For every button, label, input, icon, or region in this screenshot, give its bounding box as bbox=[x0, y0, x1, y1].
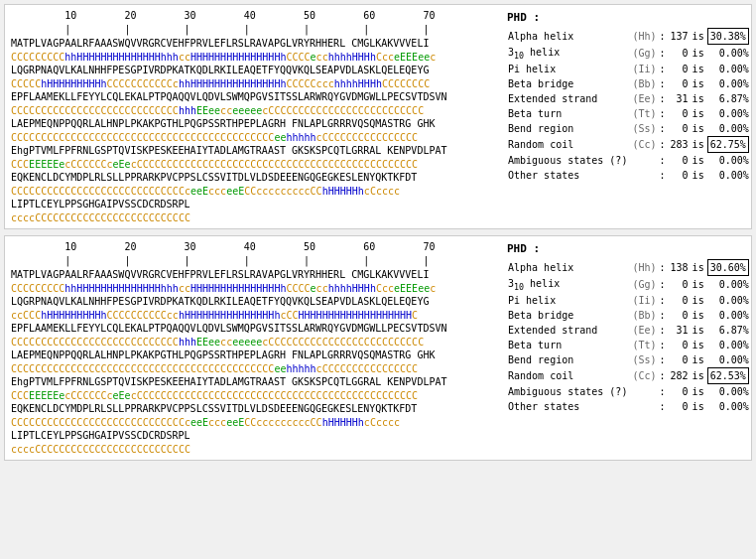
phd-row-is: is bbox=[691, 62, 706, 76]
phd-row-is: is bbox=[691, 308, 706, 323]
seq-line-0: MATPLVAGPAALRFAAASWQVVRGRCVEHFPRVLEFLRSL… bbox=[11, 37, 499, 51]
phd-row-colon: : bbox=[659, 136, 670, 153]
main-container: 10 20 30 40 50 60 70 | | | | | | |MATPLV… bbox=[0, 0, 756, 559]
seq-line-8: EhgPTVMLFPFRNLGSPTQVISKPESKEEHAIYTADLAMG… bbox=[11, 144, 499, 158]
phd-row-code: (Tt) bbox=[631, 106, 658, 121]
phd-row-is: is bbox=[691, 153, 706, 168]
ruler-numbers: 10 20 30 40 50 60 70 bbox=[11, 9, 499, 23]
phd-row-pct: 0.00% bbox=[706, 121, 750, 136]
phd-row-label: Extended strand bbox=[507, 323, 631, 338]
phd-row-is: is bbox=[691, 276, 706, 293]
seq-line-5: CCCCCCCCCCCCCCCCCCCCCCCCCCCChhhEEeecceee… bbox=[11, 336, 499, 349]
phd-row-pct: 0.00% bbox=[706, 352, 750, 367]
phd-table: Alpha helix(Hh):138is30.60%310 helix(Gg)… bbox=[507, 259, 750, 414]
phd-row-pct: 62.53% bbox=[706, 367, 750, 384]
phd-row-code: (Hh) bbox=[631, 259, 658, 276]
phd-row-value: 0 bbox=[670, 399, 691, 414]
phd-row-label: Bend region bbox=[507, 121, 631, 136]
phd-row-colon: : bbox=[659, 352, 670, 367]
seq-line-2: LQGRPNAQVLKALNHHFPESGPIVRDPKATKQDLRKILEA… bbox=[11, 295, 499, 309]
phd-row-is: is bbox=[691, 45, 706, 62]
phd-row-pct: 0.00% bbox=[706, 76, 750, 91]
panel-1: 10 20 30 40 50 60 70 | | | | | | |MATPLV… bbox=[4, 4, 752, 229]
phd-title: PHD : bbox=[507, 11, 745, 24]
phd-row-pct: 0.00% bbox=[706, 62, 750, 76]
phd-row-label: Pi helix bbox=[507, 62, 631, 76]
phd-row: Beta bridge(Bb):0is0.00% bbox=[507, 308, 750, 323]
sequence-section-1: 10 20 30 40 50 60 70 | | | | | | |MATPLV… bbox=[11, 9, 499, 224]
phd-row-colon: : bbox=[659, 45, 670, 62]
phd-row-is: is bbox=[691, 399, 706, 414]
phd-title: PHD : bbox=[507, 242, 745, 255]
seq-line-7: CCCCCCCCCCCCCCCCCCCCCCCCCCCCCCCCCCCCCCCC… bbox=[11, 362, 499, 376]
phd-row-label: 310 helix bbox=[507, 276, 631, 293]
seq-line-1: CCCCCCCCChhHHHHHHHHHHHHHHhhhccHHHHHHHHHH… bbox=[11, 51, 499, 65]
phd-row-is: is bbox=[691, 106, 706, 121]
phd-row-is: is bbox=[691, 136, 706, 153]
phd-row: Extended strand(Ee):31is6.87% bbox=[507, 323, 750, 338]
phd-row-label: Beta turn bbox=[507, 338, 631, 352]
phd-row-label: Ambiguous states (?) bbox=[507, 153, 631, 168]
phd-row-value: 0 bbox=[670, 62, 691, 76]
seq-line-4: EPFLAAMEKLLFEYYLCQLEKALPTPQAQQVLQDVLSWMQ… bbox=[11, 322, 499, 336]
seq-line-0: MATPLVAGPAALRFAAASWQVVRGRCVEHFPRVLEFLRSL… bbox=[11, 268, 499, 282]
phd-row-label: Other states bbox=[507, 168, 631, 183]
phd-row-colon: : bbox=[659, 153, 670, 168]
phd-row-value: 283 bbox=[670, 136, 691, 153]
phd-row-code: (Ss) bbox=[631, 352, 658, 367]
phd-row-value: 0 bbox=[670, 352, 691, 367]
phd-row-colon: : bbox=[659, 259, 670, 276]
phd-row-label: Alpha helix bbox=[507, 259, 631, 276]
seq-line-1: CCCCCCCCChhHHHHHHHHHHHHHHhhhccHHHHHHHHHH… bbox=[11, 282, 499, 296]
phd-row-is: is bbox=[691, 384, 706, 399]
phd-row-pct: 30.38% bbox=[706, 28, 750, 45]
phd-row: Random coil(Cc):282is62.53% bbox=[507, 367, 750, 384]
phd-row-label: Ambiguous states (?) bbox=[507, 384, 631, 399]
phd-row-pct: 0.00% bbox=[706, 338, 750, 352]
seq-line-2: LQGRPNAQVLKALNHHFPESGPIVRDPKATKQDLRKILEA… bbox=[11, 64, 499, 77]
ruler-numbers: 10 20 30 40 50 60 70 bbox=[11, 240, 499, 254]
phd-row-pct: 0.00% bbox=[706, 106, 750, 121]
phd-row: Bend region(Ss):0is0.00% bbox=[507, 352, 750, 367]
phd-row-is: is bbox=[691, 352, 706, 367]
phd-row-code: (Ii) bbox=[631, 293, 658, 308]
phd-row-code: (Gg) bbox=[631, 276, 658, 293]
phd-row-code: (Tt) bbox=[631, 338, 658, 352]
seq-line-3: CCCCChHHHHHHHHHhCCCCCCCCCCCchhHHHHHHHHHH… bbox=[11, 77, 499, 91]
phd-row: Other states:0is0.00% bbox=[507, 168, 750, 183]
phd-row-pct: 6.87% bbox=[706, 323, 750, 338]
phd-row-value: 0 bbox=[670, 76, 691, 91]
phd-row-value: 0 bbox=[670, 384, 691, 399]
phd-row-pct: 0.00% bbox=[706, 399, 750, 414]
phd-row-is: is bbox=[691, 367, 706, 384]
phd-row-is: is bbox=[691, 121, 706, 136]
phd-row-code: (Ee) bbox=[631, 323, 658, 338]
phd-section-2: PHD :Alpha helix(Hh):138is30.60%310 heli… bbox=[507, 240, 745, 456]
phd-row-colon: : bbox=[659, 62, 670, 76]
seq-line-12: LIPTLCEYLPPSGHGAIPVSSCDCRDSRPL bbox=[11, 198, 499, 211]
phd-row-pct: 0.00% bbox=[706, 153, 750, 168]
phd-row-label: Random coil bbox=[507, 367, 631, 384]
seq-line-9: CCCEEEEEecCCCCCCceEecCCCCCCCCCCCCCCCCCCC… bbox=[11, 158, 499, 172]
phd-row: Alpha helix(Hh):138is30.60% bbox=[507, 259, 750, 276]
phd-row-colon: : bbox=[659, 384, 670, 399]
phd-row-pct: 6.87% bbox=[706, 91, 750, 106]
sequence-section-2: 10 20 30 40 50 60 70 | | | | | | |MATPLV… bbox=[11, 240, 499, 456]
phd-row-label: Random coil bbox=[507, 136, 631, 153]
ruler-ticks: | | | | | | | bbox=[11, 254, 499, 268]
phd-row-is: is bbox=[691, 28, 706, 45]
phd-row-colon: : bbox=[659, 121, 670, 136]
phd-row-value: 0 bbox=[670, 168, 691, 183]
phd-section-1: PHD :Alpha helix(Hh):137is30.38%310 heli… bbox=[507, 9, 745, 224]
phd-row: Pi helix(Ii):0is0.00% bbox=[507, 62, 750, 76]
seq-line-13: ccccCCCCCCCCCCCCCCCCCCCCCCCCCC bbox=[11, 443, 499, 457]
phd-row-pct: 0.00% bbox=[706, 168, 750, 183]
phd-row-value: 282 bbox=[670, 367, 691, 384]
panel-2: 10 20 30 40 50 60 70 | | | | | | |MATPLV… bbox=[4, 235, 752, 461]
phd-row-label: Beta bridge bbox=[507, 308, 631, 323]
phd-row-value: 0 bbox=[670, 121, 691, 136]
phd-row: Ambiguous states (?):0is0.00% bbox=[507, 384, 750, 399]
phd-row: 310 helix(Gg):0is0.00% bbox=[507, 276, 750, 293]
phd-row-code: (Ii) bbox=[631, 62, 658, 76]
phd-row-label: Beta turn bbox=[507, 106, 631, 121]
